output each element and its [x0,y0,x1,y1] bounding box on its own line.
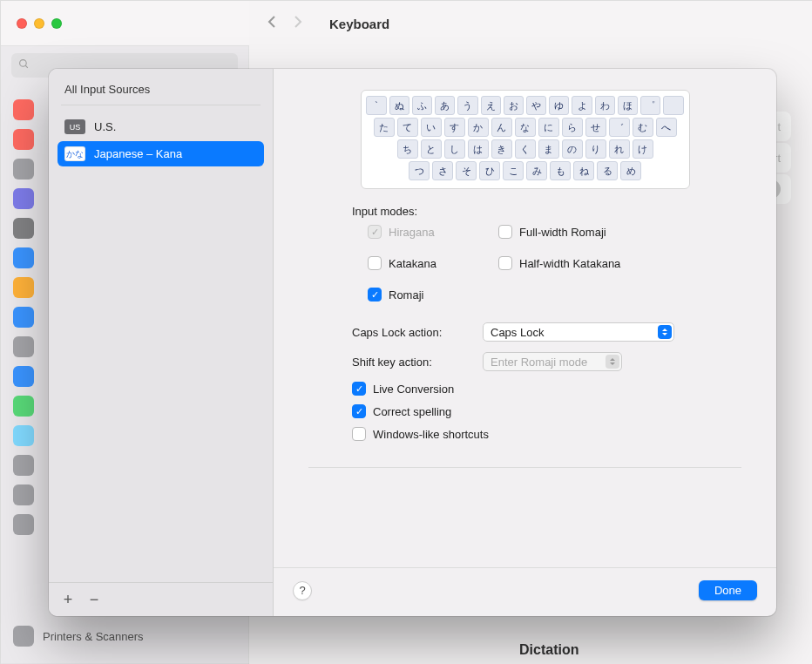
keyboard-key: ね [573,161,594,180]
correct-spelling-row[interactable]: ✓ Correct spelling [352,404,724,418]
sidebar-icon [13,129,34,150]
checkbox-half-katakana[interactable] [498,256,512,270]
keyboard-row: `ぬふあうえおやゆよわほ゜ [367,96,684,115]
option-label: Windows-like shortcuts [373,428,489,441]
mode-hiragana: ✓ Hiragana [368,225,498,239]
keyboard-key: ら [562,118,583,137]
done-button[interactable]: Done [699,580,757,600]
keyboard-row: ちとしはきくまのりれけ [367,139,684,159]
source-item[interactable]: かなJapanese – Kana [58,141,264,166]
select-value: Enter Romaji mode [491,356,587,369]
chevron-updown-icon [658,325,672,339]
window-close-button[interactable] [17,18,27,29]
help-button[interactable]: ? [293,581,312,600]
keyboard-key: ` [366,96,386,115]
checkbox-live-conversion[interactable]: ✓ [352,382,366,396]
keyboard-key: へ [656,118,677,137]
mode-romaji[interactable]: ✓ Romaji [368,288,498,302]
select-value: Caps Lock [491,326,544,339]
keyboard-key: る [597,161,618,180]
sidebar-icon [13,159,34,180]
forward-button[interactable] [293,15,303,33]
option-label: Correct spelling [373,405,451,418]
sidebar-icon [13,484,34,505]
keyboard-key: よ [572,96,592,115]
remove-source-button[interactable]: − [84,590,105,609]
sidebar-icon [13,396,34,417]
mode-label: Romaji [389,288,423,302]
keyboard-key: み [526,161,547,180]
keyboard-key: も [550,161,571,180]
shift-key-select: Enter Romaji mode [483,352,622,371]
keyboard-key: な [515,118,536,137]
sources-header: All Input Sources [49,69,273,105]
shift-key-row: Shift key action: Enter Romaji mode [352,352,724,371]
add-source-button[interactable]: + [58,590,78,609]
checkbox-windows-shortcuts[interactable] [352,427,366,441]
source-label: Japanese – Kana [94,147,182,160]
caps-lock-select[interactable]: Caps Lock [483,322,674,342]
input-sources-sheet: All Input Sources USU.S.かなJapanese – Kan… [49,69,776,616]
keyboard-key: き [491,139,512,159]
keyboard-key: こ [503,161,524,180]
keyboard-key: て [397,118,418,137]
mode-label: Katakana [389,257,436,270]
keyboard-key: ん [491,118,512,137]
keyboard-key: ち [397,139,418,159]
page-title: Keyboard [329,17,389,31]
source-item[interactable]: USU.S. [58,114,264,139]
search-icon [18,58,30,73]
keyboard-key: ゛ [609,118,630,137]
mode-label: Full-width Romaji [519,226,606,239]
divider [61,105,261,105]
keyboard-key [663,96,683,115]
checkbox-katakana[interactable] [368,256,382,270]
keyboard-key: お [504,96,524,115]
back-button[interactable] [267,15,277,33]
mode-half-katakana[interactable]: Half-width Katakana [498,256,673,270]
input-modes-label: Input modes: [352,205,724,218]
keyboard-key: つ [409,161,430,180]
settings-header: Keyboard [249,1,812,46]
sources-sidebar: All Input Sources USU.S.かなJapanese – Kan… [49,69,274,616]
mode-label: Half-width Katakana [519,257,620,270]
keyboard-key: あ [435,96,455,115]
window-zoom-button[interactable] [51,18,62,29]
sheet-footer: ? Done [274,567,776,616]
keyboard-key: け [633,139,653,159]
sidebar-icon [13,99,34,120]
sidebar-icon [13,336,34,357]
checkbox-romaji[interactable]: ✓ [368,288,382,302]
checkbox-correct-spelling[interactable]: ✓ [352,404,366,418]
keyboard-key: せ [585,118,606,137]
divider [308,467,741,468]
keyboard-key: ま [538,139,559,159]
windows-shortcuts-row[interactable]: Windows-like shortcuts [352,427,724,441]
sidebar-icon [13,247,34,268]
window-minimize-button[interactable] [34,18,44,29]
caps-lock-label: Caps Lock action: [352,326,474,339]
mode-full-romaji[interactable]: Full-width Romaji [498,225,673,239]
mode-katakana[interactable]: Katakana [368,256,498,270]
keyboard-preview: `ぬふあうえおやゆよわほ゜ たていすかんなにらせ゛むへちとしはきくまのりれけつさ… [361,90,690,189]
keyboard-key: し [444,139,465,159]
keyboard-preview-wrap: `ぬふあうえおやゆよわほ゜ たていすかんなにらせ゛むへちとしはきくまのりれけつさ… [274,69,776,198]
keyboard-key: う [457,96,477,115]
sources-footer: + − [49,582,273,616]
shift-key-label: Shift key action: [352,356,474,369]
keyboard-key: ぬ [389,96,409,115]
sidebar-item-printers[interactable]: Printers & Scanners [11,621,145,651]
checkbox-full-romaji[interactable] [498,225,512,239]
printer-icon [13,626,34,647]
option-label: Live Conversion [373,383,454,396]
keyboard-row: たていすかんなにらせ゛むへ [367,118,684,137]
svg-point-0 [20,60,27,67]
sidebar-icon [13,307,34,328]
live-conversion-row[interactable]: ✓ Live Conversion [352,382,724,396]
sidebar-icon [13,188,34,209]
keyboard-key: め [620,161,641,180]
sidebar-icon [13,425,34,446]
keyboard-key: す [444,118,465,137]
checkbox-hiragana: ✓ [368,225,382,239]
sidebar-item-label: Printers & Scanners [43,630,144,643]
